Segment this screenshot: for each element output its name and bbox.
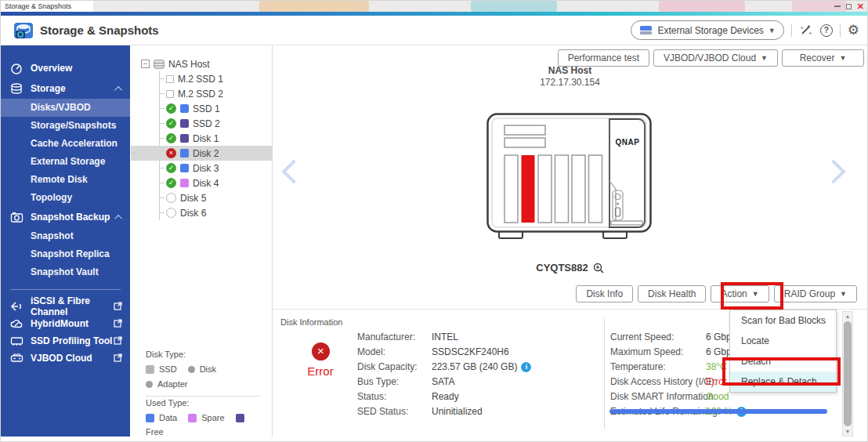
app-header: Storage & Snapshots External Storage Dev… bbox=[1, 16, 867, 45]
host-ip: 172.17.30.154 bbox=[273, 77, 867, 89]
scroll-up-icon[interactable]: ▲ bbox=[845, 312, 851, 321]
gear-icon[interactable]: ⚙ bbox=[848, 24, 859, 37]
carousel-left-arrow[interactable] bbox=[282, 157, 306, 191]
tree-item-ssd2[interactable]: ✓SSD 2 bbox=[160, 116, 272, 131]
legend: Disk Type: SSD Disk Adapter Used Type: D… bbox=[146, 350, 261, 442]
window-tab[interactable]: Storage & Snapshots bbox=[1, 1, 93, 12]
sidebar-item-storage[interactable]: Storage bbox=[1, 78, 130, 99]
tree-root-nas-host[interactable]: − NAS Host bbox=[141, 56, 272, 71]
window-tab-title: Storage & Snapshots bbox=[5, 2, 71, 10]
external-link-icon bbox=[114, 302, 122, 310]
disk-type-title: Disk Type: bbox=[146, 350, 261, 359]
gauge-icon bbox=[10, 63, 24, 74]
iscsi-icon bbox=[10, 301, 24, 312]
recover-button[interactable]: Recover▼ bbox=[782, 49, 864, 67]
model-value: SSDSC2KF240H6 bbox=[432, 345, 531, 360]
bus-type-value: SATA bbox=[432, 375, 531, 389]
m2-slot bbox=[505, 138, 545, 147]
tree-item-disk1[interactable]: ✓Disk 1 bbox=[160, 131, 272, 146]
nas-icon bbox=[154, 60, 165, 69]
raid-group-button[interactable]: RAID Group▼ bbox=[774, 285, 857, 303]
performance-test-button[interactable]: Performance test bbox=[558, 49, 649, 67]
sidebar-item-hybridmount[interactable]: HybridMount bbox=[1, 315, 130, 332]
close-icon[interactable]: ✕ bbox=[857, 2, 864, 11]
ssd-icon bbox=[10, 335, 24, 346]
menu-item-detach[interactable]: Detach bbox=[730, 351, 836, 371]
sidebar-item-snapshot-replica[interactable]: Snapshot Replica bbox=[1, 245, 130, 263]
scrollbar-thumb[interactable] bbox=[844, 321, 852, 426]
device-model-label: CYQTS882 bbox=[536, 262, 588, 274]
used-type-title: Used Type: bbox=[146, 398, 261, 408]
scroll-down-icon[interactable]: ▼ bbox=[845, 427, 851, 436]
sidebar-item-cache-acceleration[interactable]: Cache Acceleration bbox=[1, 135, 130, 153]
disk-information-title: Disk Information bbox=[280, 317, 342, 327]
status-empty-icon bbox=[166, 208, 176, 218]
action-dropdown-menu: Scan for Bad Blocks Locate Detach Replac… bbox=[729, 310, 837, 393]
tree-item-m2ssd1[interactable]: M.2 SSD 1 bbox=[160, 71, 272, 86]
menu-item-locate[interactable]: Locate bbox=[730, 331, 836, 351]
tree-item-disk4[interactable]: ✓Disk 4 bbox=[160, 176, 272, 190]
scrollbar[interactable]: ▲ ▼ bbox=[842, 311, 853, 437]
sidebar-item-ssd-profiling-tool[interactable]: SSD Profiling Tool bbox=[1, 332, 130, 350]
chevron-down-icon: ▼ bbox=[761, 54, 768, 62]
checkbox-icon[interactable] bbox=[166, 90, 174, 98]
sidebar-item-storage-snapshots[interactable]: Storage/Snapshots bbox=[1, 117, 130, 135]
sidebar-item-disks-vjbod[interactable]: Disks/VJBOD bbox=[1, 99, 130, 117]
maximize-icon[interactable] bbox=[846, 4, 852, 9]
help-icon[interactable]: ? bbox=[820, 24, 833, 37]
action-button[interactable]: Action▼ bbox=[711, 285, 769, 303]
chevron-up-icon bbox=[114, 85, 122, 93]
sidebar-item-iscsi-fibre-channel[interactable]: iSCSI & Fibre Channel bbox=[1, 298, 130, 315]
host-name: NAS Host bbox=[273, 65, 867, 77]
status-good-icon: ✓ bbox=[166, 118, 176, 129]
sidebar-item-snapshot[interactable]: Snapshot bbox=[1, 227, 130, 245]
checkbox-icon[interactable] bbox=[166, 75, 174, 83]
external-storage-devices-button[interactable]: External Storage Devices ▼ bbox=[631, 20, 783, 40]
column-divider bbox=[604, 319, 605, 429]
sidebar-item-overview[interactable]: Overview bbox=[1, 58, 130, 78]
ssd-swatch bbox=[146, 365, 154, 374]
capacity-value: 223.57 GB (240 GB) bbox=[432, 360, 517, 375]
sidebar-item-topology[interactable]: Topology bbox=[1, 189, 130, 207]
disk-swatch bbox=[188, 366, 195, 373]
status-good-icon: ✓ bbox=[166, 163, 176, 173]
collapse-minus-icon[interactable]: − bbox=[141, 60, 150, 68]
tree-item-ssd1[interactable]: ✓SSD 1 bbox=[160, 101, 272, 116]
tree-item-disk2-selected[interactable]: ×Disk 2 bbox=[131, 146, 273, 161]
sidebar-item-remote-disk[interactable]: Remote Disk bbox=[1, 171, 130, 189]
menu-item-scan-bad-blocks[interactable]: Scan for Bad Blocks bbox=[730, 310, 836, 331]
tree-item-disk5[interactable]: Disk 5 bbox=[160, 190, 272, 205]
free-swatch bbox=[236, 414, 244, 422]
disk-info-button[interactable]: Disk Info bbox=[576, 285, 633, 303]
tree-item-disk6[interactable]: Disk 6 bbox=[160, 205, 272, 220]
camera-icon bbox=[10, 212, 24, 223]
sidebar: Overview Storage Disks/VJBOD Storage/Sna… bbox=[1, 45, 130, 437]
chevron-down-icon: ▼ bbox=[769, 27, 776, 34]
minimize-icon[interactable] bbox=[834, 5, 841, 7]
zoom-icon[interactable] bbox=[593, 263, 604, 274]
tree-item-disk3[interactable]: ✓Disk 3 bbox=[160, 161, 272, 176]
status-value: Ready bbox=[432, 389, 531, 404]
window-titlebar: Storage & Snapshots ✕ bbox=[1, 1, 867, 12]
status-good-icon: ✓ bbox=[166, 103, 176, 114]
sidebar-item-snapshot-vault[interactable]: Snapshot Vault bbox=[1, 263, 130, 281]
wizard-wand-icon[interactable] bbox=[799, 24, 813, 38]
sidebar-item-vjbod-cloud[interactable]: VJBOD Cloud bbox=[1, 350, 130, 367]
status-error-icon: × bbox=[166, 148, 176, 158]
qnap-logo: QNAP bbox=[616, 138, 640, 147]
disk-health-button[interactable]: Disk Health bbox=[638, 285, 706, 303]
vjbod-cloud-button[interactable]: VJBOD/VJBOD Cloud▼ bbox=[653, 49, 778, 67]
disk-bay-1 bbox=[505, 155, 518, 223]
sidebar-item-snapshot-backup[interactable]: Snapshot Backup bbox=[1, 207, 130, 227]
desktop-blob bbox=[659, 1, 745, 12]
disk-bay-6 bbox=[589, 155, 602, 223]
status-good-icon: ✓ bbox=[166, 178, 176, 188]
used-type-swatch bbox=[180, 104, 189, 113]
tree-item-m2ssd2[interactable]: M.2 SSD 2 bbox=[160, 86, 272, 101]
menu-item-replace-detach[interactable]: Replace & Detach bbox=[730, 371, 836, 392]
carousel-right-arrow[interactable] bbox=[822, 157, 845, 191]
sidebar-item-external-storage[interactable]: External Storage bbox=[1, 153, 130, 171]
chevron-up-icon bbox=[114, 214, 122, 222]
info-icon[interactable]: i bbox=[521, 362, 531, 372]
used-type-swatch bbox=[180, 164, 189, 172]
